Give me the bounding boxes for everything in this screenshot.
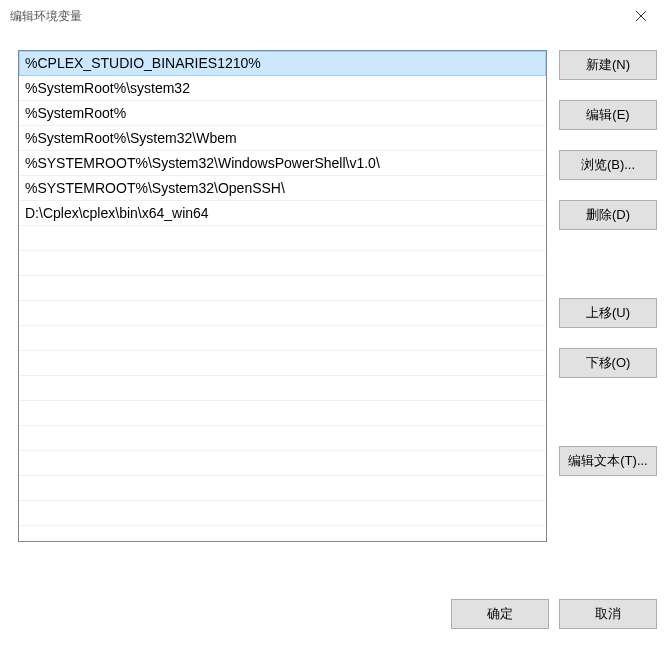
list-item[interactable]: %SystemRoot%\System32\Wbem	[19, 126, 546, 151]
list-item[interactable]: %SYSTEMROOT%\System32\WindowsPowerShell\…	[19, 151, 546, 176]
dialog-footer: 确定 取消	[18, 587, 657, 641]
list-item[interactable]: %CPLEX_STUDIO_BINARIES1210%	[19, 51, 546, 76]
close-icon	[636, 11, 646, 21]
move-up-button[interactable]: 上移(U)	[559, 298, 657, 328]
new-button[interactable]: 新建(N)	[559, 50, 657, 80]
list-item[interactable]: %SystemRoot%	[19, 101, 546, 126]
window-title: 编辑环境变量	[10, 8, 82, 25]
ok-button[interactable]: 确定	[451, 599, 549, 629]
titlebar: 编辑环境变量	[0, 0, 671, 32]
delete-button[interactable]: 删除(D)	[559, 200, 657, 230]
edit-text-button[interactable]: 编辑文本(T)...	[559, 446, 657, 476]
close-button[interactable]	[621, 2, 661, 30]
edit-button[interactable]: 编辑(E)	[559, 100, 657, 130]
dialog-content: %CPLEX_STUDIO_BINARIES1210% %SystemRoot%…	[0, 32, 671, 655]
main-area: %CPLEX_STUDIO_BINARIES1210% %SystemRoot%…	[18, 50, 657, 587]
cancel-button[interactable]: 取消	[559, 599, 657, 629]
list-item[interactable]: %SYSTEMROOT%\System32\OpenSSH\	[19, 176, 546, 201]
empty-rows	[19, 226, 546, 526]
move-down-button[interactable]: 下移(O)	[559, 348, 657, 378]
list-item[interactable]: %SystemRoot%\system32	[19, 76, 546, 101]
path-listbox[interactable]: %CPLEX_STUDIO_BINARIES1210% %SystemRoot%…	[18, 50, 547, 542]
list-item[interactable]: D:\Cplex\cplex\bin\x64_win64	[19, 201, 546, 226]
side-button-column: 新建(N) 编辑(E) 浏览(B)... 删除(D) 上移(U) 下移(O) 编…	[559, 50, 657, 587]
browse-button[interactable]: 浏览(B)...	[559, 150, 657, 180]
